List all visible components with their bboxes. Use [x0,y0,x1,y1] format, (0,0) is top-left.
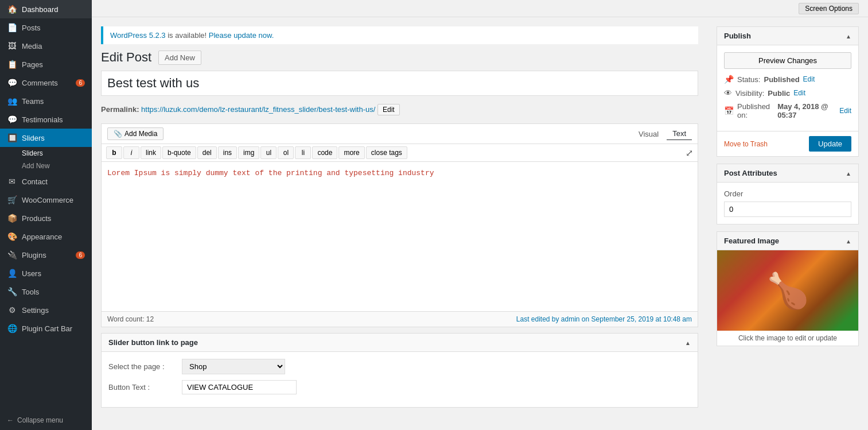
sidebar-item-testimonials[interactable]: 💬 Testimonials [0,110,92,129]
permalink-url[interactable]: https://luzuk.com/demo/lz-restaurant/lz_… [141,105,375,114]
slider-meta-box-body: Select the page : Shop Home About Contac… [102,352,698,407]
format-more[interactable]: more [338,146,364,159]
publish-collapse-icon [846,32,851,40]
dashboard-icon: 🏠 [7,5,17,14]
teams-icon: 👥 [7,96,17,106]
sidebar-item-sliders[interactable]: 🔲 Sliders [0,129,92,147]
sidebar-item-settings[interactable]: ⚙ Settings [0,301,92,319]
format-ol[interactable]: ol [278,146,294,159]
post-attributes-header[interactable]: Post Attributes [717,164,858,183]
main-content: Screen Options WordPress 5.2.3 is availa… [92,0,868,430]
slider-meta-box: Slider button link to page Select the pa… [101,333,698,408]
button-text-row: Button Text : [108,380,691,394]
sidebar-item-tools[interactable]: 🔧 Tools [0,282,92,301]
update-button[interactable]: Update [809,136,851,152]
editor-toolbar-top: 📎 Add Media Visual Text [102,124,698,144]
sidebar-item-plugins[interactable]: 🔌 Plugins 6 [0,246,92,264]
add-new-button[interactable]: Add New [158,51,201,65]
sidebar-item-pages[interactable]: 📋 Pages [0,55,92,73]
sidebar-item-dashboard[interactable]: 🏠 Dashboard [0,0,92,18]
sidebar-item-comments[interactable]: 💬 Comments 6 [0,73,92,92]
sliders-icon: 🔲 [7,133,17,142]
testimonials-icon: 💬 [7,115,17,124]
post-title-input[interactable] [101,71,698,96]
format-italic[interactable]: i [123,146,139,159]
status-icon: 📌 [724,75,734,84]
permalink-bar: Permalink: https://luzuk.com/demo/lz-res… [101,102,698,118]
media-upload-icon: 📎 [114,130,122,138]
format-bold[interactable]: b [106,146,122,159]
sidebar-subitem-sliders[interactable]: Sliders [0,147,92,160]
format-link[interactable]: link [141,146,161,159]
plugins-badge: 6 [76,251,85,259]
status-edit-link[interactable]: Edit [803,75,815,83]
select-page-dropdown[interactable]: Shop Home About Contact [182,359,285,374]
contact-icon: ✉ [7,177,17,186]
visibility-row: 👁 Visibility: Public Edit [724,88,851,98]
editor-format-bar: b i link b-quote del ins img ul ol li co… [102,144,698,162]
publish-panel-footer: Move to Trash Update [717,131,858,156]
collapse-menu[interactable]: ← Collapse menu [0,410,92,430]
featured-image-panel: Featured Image Click the image to edit o… [717,231,859,346]
sidebar-item-media[interactable]: 🖼 Media [0,37,92,55]
slider-meta-collapse-icon [685,338,691,347]
collapse-icon: ← [7,416,14,424]
editor-content[interactable]: Lorem Ipsum is simply dummy text of the … [102,162,698,311]
order-input[interactable] [724,202,851,217]
format-ins[interactable]: ins [218,146,237,159]
tab-text[interactable]: Text [667,127,692,140]
pages-icon: 📋 [7,60,17,69]
slider-meta-box-header[interactable]: Slider button link to page [102,334,698,352]
page-title: Edit Post [101,50,151,65]
sidebar-item-contact[interactable]: ✉ Contact [0,172,92,191]
tools-icon: 🔧 [7,287,17,296]
format-ul[interactable]: ul [260,146,277,159]
permalink-edit-button[interactable]: Edit [377,104,400,115]
sidebar-item-products[interactable]: 📦 Products [0,209,92,227]
featured-image-header[interactable]: Featured Image [717,232,858,250]
settings-icon: ⚙ [7,305,17,315]
calendar-icon: 📅 [724,106,734,115]
button-text-input[interactable] [182,380,297,394]
sidebar-item-woocommerce[interactable]: 🛒 WooCommerce [0,191,92,209]
post-attributes-panel: Post Attributes Order [717,164,859,224]
publish-panel: Publish Preview Changes 📌 Status: Publis… [717,26,859,157]
sidebar-subitem-add-new[interactable]: Add New [0,160,92,172]
page-header: Edit Post Add New [101,50,698,65]
editor-tabs: Visual Text [633,127,692,140]
wordpress-version-link[interactable]: WordPress 5.2.3 [110,31,166,40]
format-close-tags[interactable]: close tags [366,146,407,159]
update-notice: WordPress 5.2.3 is available! Please upd… [101,26,698,44]
format-img[interactable]: img [238,146,259,159]
sidebar-item-teams[interactable]: 👥 Teams [0,92,92,110]
plugin-cart-bar-icon: 🌐 [7,324,17,333]
sidebar-item-users[interactable]: 👤 Users [0,264,92,282]
expand-editor-button[interactable]: ⤢ [686,148,693,158]
format-code[interactable]: code [312,146,337,159]
featured-image-caption: Click the image to edit or update [717,331,858,346]
media-icon: 🖼 [7,41,17,51]
appearance-icon: 🎨 [7,232,17,241]
comments-badge: 6 [76,79,85,87]
sidebar-item-appearance[interactable]: 🎨 Appearance [0,227,92,246]
select-page-label: Select the page : [108,362,177,371]
users-icon: 👤 [7,269,17,278]
post-attributes-collapse-icon [846,169,851,177]
screen-options-button[interactable]: Screen Options [799,3,859,14]
format-bquote[interactable]: b-quote [162,146,196,159]
add-media-button[interactable]: 📎 Add Media [107,127,164,140]
format-del[interactable]: del [197,146,217,159]
publish-panel-header[interactable]: Publish [717,27,858,45]
preview-changes-button[interactable]: Preview Changes [724,52,851,69]
woocommerce-icon: 🛒 [7,195,17,204]
tab-visual[interactable]: Visual [633,127,664,140]
featured-image-thumbnail[interactable] [717,250,858,331]
sidebar-item-posts[interactable]: 📄 Posts [0,18,92,37]
format-li[interactable]: li [295,146,311,159]
update-now-link[interactable]: Please update now. [209,31,274,40]
visibility-edit-link[interactable]: Edit [793,89,805,97]
editor-area: WordPress 5.2.3 is available! Please upd… [92,17,707,430]
sidebar-item-plugin-cart-bar[interactable]: 🌐 Plugin Cart Bar [0,319,92,338]
published-edit-link[interactable]: Edit [839,107,851,115]
move-to-trash-link[interactable]: Move to Trash [724,140,768,148]
